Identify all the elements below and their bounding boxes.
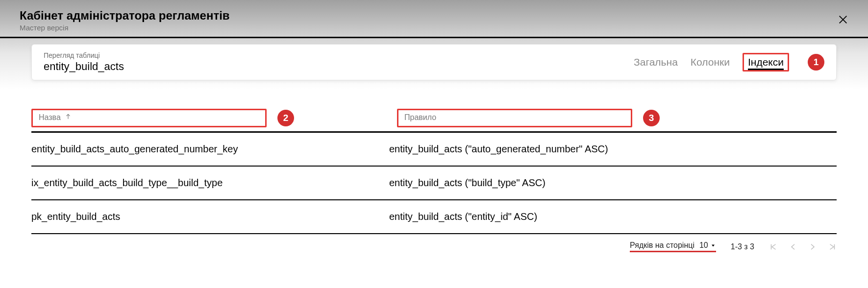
filter-name-box[interactable]: Назва [31,109,267,127]
table-info-card: Перегляд таблиці entity_build_acts Загал… [31,44,837,80]
cell-rule: entity_build_acts ("build_type" ASC) [389,177,837,189]
sort-asc-icon[interactable] [65,113,72,122]
tab-general[interactable]: Загальна [634,55,678,69]
pager-prev-icon[interactable] [789,242,797,251]
table-row: entity_build_acts_auto_generated_number_… [31,133,837,167]
cell-name: ix_entity_build_acts_build_type__build_t… [31,177,389,189]
tabs: Загальна Колонки Індекси 1 [634,53,824,72]
tab-indexes[interactable]: Індекси [748,55,784,70]
cell-name: entity_build_acts_auto_generated_number_… [31,144,389,155]
page-range: 1-3 з 3 [731,242,754,251]
filter-rule-box[interactable]: Правило [397,109,632,127]
table-row: ix_entity_build_acts_build_type__build_t… [31,167,837,200]
filter-name-label: Назва [39,113,61,122]
header-divider [0,37,868,38]
close-icon[interactable] [838,14,848,27]
cell-name: pk_entity_build_acts [31,211,389,222]
callout-2: 2 [277,110,294,126]
card-label: Перегляд таблиці [44,51,124,59]
tab-indexes-highlight: Індекси [743,53,789,72]
filter-rule-label: Правило [404,113,436,122]
page-title: Кабінет адміністратора регламентів [20,9,230,23]
pager-last-icon[interactable] [828,242,837,251]
pager-first-icon[interactable] [769,242,778,251]
cell-rule: entity_build_acts ("auto_generated_numbe… [389,144,837,155]
svg-marker-3 [712,245,715,247]
filter-row: Назва 2 Правило 3 [31,109,837,127]
index-table: entity_build_acts_auto_generated_number_… [31,133,837,234]
rows-per-page: Рядків на сторінці 10 [630,241,716,252]
cell-rule: entity_build_acts ("entity_id" ASC) [389,211,837,222]
tab-columns[interactable]: Колонки [691,55,730,69]
content: Назва 2 Правило 3 entity_build_acts_auto… [0,89,868,257]
rows-per-page-value: 10 [699,241,708,250]
callout-3: 3 [643,110,660,126]
header-bar: Кабінет адміністратора регламентів Масте… [0,0,868,37]
rows-per-page-label: Рядків на сторінці [630,241,694,250]
rows-per-page-select[interactable]: 10 [699,241,716,250]
card-value: entity_build_acts [44,60,124,73]
pagination: Рядків на сторінці 10 1-3 з 3 [31,234,837,252]
page-subtitle: Мастер версія [20,24,230,32]
table-row: pk_entity_build_acts entity_build_acts (… [31,200,837,234]
callout-1: 1 [808,54,824,71]
pager-next-icon[interactable] [808,242,817,251]
